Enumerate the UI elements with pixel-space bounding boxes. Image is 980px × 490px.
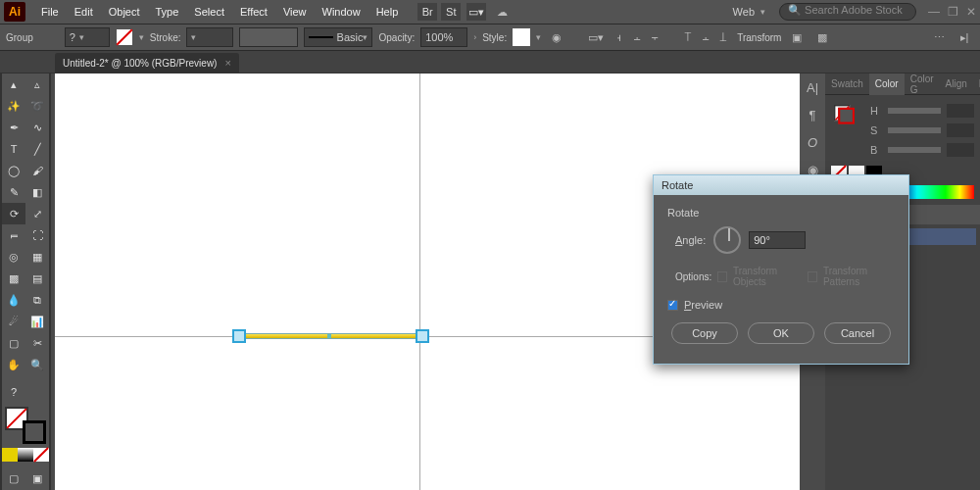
opacity-chevron[interactable]: › — [473, 32, 476, 42]
path-midpoint[interactable] — [327, 334, 331, 338]
stroke-profile[interactable] — [239, 27, 298, 47]
color-fill-stroke[interactable] — [834, 105, 855, 124]
preview-checkbox[interactable] — [667, 300, 678, 311]
artboard-tool[interactable]: ▢ — [2, 332, 25, 354]
color-mode-icons[interactable] — [2, 448, 49, 462]
gradient-tool[interactable]: ▤ — [25, 268, 49, 289]
menu-object[interactable]: Object — [101, 6, 148, 18]
line-tool[interactable]: ╱ — [25, 138, 49, 160]
free-transform-tool[interactable]: ⛶ — [25, 224, 49, 246]
menu-effect[interactable]: Effect — [232, 6, 275, 18]
fill-dropdown[interactable]: ?▾ — [65, 27, 110, 47]
app-logo[interactable]: Ai — [4, 2, 25, 22]
document-tabs: Untitled-2* @ 100% (RGB/Preview) × — [0, 51, 980, 73]
b-value[interactable] — [947, 143, 974, 157]
pen-tool[interactable]: ✒ — [2, 117, 25, 138]
toggle-fill-stroke[interactable]: ? — [2, 381, 25, 403]
brush-definition[interactable]: Basic▾ — [304, 27, 372, 47]
width-tool[interactable]: ⫭ — [2, 224, 25, 246]
mesh-tool[interactable]: ▩ — [2, 268, 25, 289]
window-close-icon[interactable]: ✕ — [966, 5, 976, 19]
slice-tool[interactable]: ✂ — [25, 332, 49, 354]
recolor-icon[interactable]: ◉ — [547, 27, 566, 47]
copy-button[interactable]: Copy — [671, 322, 738, 344]
overflow-icon[interactable]: ⋯ — [929, 27, 949, 47]
style-swatch[interactable] — [513, 28, 530, 46]
rotate-tool[interactable]: ⟳ — [2, 203, 25, 224]
perspective-tool[interactable]: ▦ — [25, 246, 49, 268]
lasso-tool[interactable]: ➰ — [25, 95, 49, 117]
shaper-tool[interactable]: ✎ — [2, 181, 25, 203]
menu-help[interactable]: Help — [368, 6, 407, 18]
align-horizontal[interactable]: ⫞⫠⫟ — [612, 28, 662, 46]
menubar: Ai File Edit Object Type Select Effect V… — [0, 0, 980, 24]
screen-mode-full[interactable]: ▣ — [25, 467, 49, 489]
stroke-weight[interactable]: ▾ — [186, 27, 233, 47]
document-tab[interactable]: Untitled-2* @ 100% (RGB/Preview) × — [55, 53, 239, 73]
paragraph-panel-icon[interactable]: ¶ — [800, 101, 825, 128]
eraser-tool[interactable]: ◧ — [25, 181, 49, 203]
opacity-input[interactable]: 100% — [420, 27, 467, 47]
angle-dial[interactable] — [713, 226, 741, 254]
transform-link[interactable]: Transform — [737, 32, 781, 43]
selection-tool[interactable]: ▴ — [2, 74, 25, 95]
opentype-panel-icon[interactable]: O — [800, 128, 825, 156]
menu-window[interactable]: Window — [315, 6, 368, 18]
eyedropper-tool[interactable]: 💧 — [2, 289, 25, 311]
hand-tool[interactable]: ✋ — [2, 354, 25, 375]
scale-tool[interactable]: ⤢ — [25, 203, 49, 224]
graph-tool[interactable]: 📊 — [25, 311, 49, 332]
symbol-tool[interactable]: ☄ — [2, 311, 25, 332]
window-minimize-icon[interactable]: — — [928, 5, 940, 19]
arrange-icon[interactable]: ▭▾ — [466, 3, 486, 21]
tab-close-icon[interactable]: × — [224, 57, 230, 69]
screen-mode-normal[interactable]: ▢ — [2, 467, 25, 489]
menu-view[interactable]: View — [275, 6, 315, 18]
tab-color-guide[interactable]: Color G — [905, 74, 940, 95]
angle-input[interactable] — [749, 231, 806, 249]
dialog-titlebar[interactable]: Rotate — [654, 175, 908, 195]
ok-button[interactable]: OK — [748, 322, 814, 344]
isolate-icon[interactable]: ▣ — [787, 27, 807, 47]
preview-label[interactable]: Preview — [684, 299, 722, 311]
panel-expand-icon[interactable]: ▸| — [955, 27, 974, 47]
stroke-swatch[interactable] — [116, 28, 133, 46]
doc-setup-icon[interactable]: ▭▾ — [586, 27, 606, 47]
direct-selection-tool[interactable]: ▵ — [25, 74, 49, 95]
tab-swatches[interactable]: Swatch — [825, 74, 869, 95]
window-restore-icon[interactable]: ❐ — [948, 5, 958, 19]
menu-edit[interactable]: Edit — [67, 6, 101, 18]
workspace-switcher[interactable]: Web▾ — [733, 6, 765, 18]
h-value[interactable] — [947, 104, 974, 118]
ellipse-tool[interactable]: ◯ — [2, 160, 25, 181]
paintbrush-tool[interactable]: 🖌 — [25, 160, 49, 181]
bridge-icon[interactable]: Br — [417, 3, 437, 21]
h-slider[interactable] — [888, 108, 941, 114]
curvature-tool[interactable]: ∿ — [25, 117, 49, 138]
b-slider[interactable] — [888, 147, 941, 153]
tab-align[interactable]: Align — [940, 74, 973, 95]
anchor-point[interactable] — [232, 329, 246, 343]
menu-file[interactable]: File — [33, 6, 67, 18]
cancel-button[interactable]: Cancel — [824, 322, 891, 344]
shape-builder-tool[interactable]: ◎ — [2, 246, 25, 268]
anchor-point[interactable] — [416, 329, 429, 343]
type-tool[interactable]: T — [2, 138, 25, 160]
blend-tool[interactable]: ⧉ — [25, 289, 49, 311]
character-panel-icon[interactable]: A| — [800, 74, 825, 101]
cloud-icon[interactable]: ☁ — [492, 2, 512, 22]
magic-wand-tool[interactable]: ✨ — [2, 95, 25, 117]
search-input[interactable]: 🔍 Search Adobe Stock — [779, 3, 916, 21]
s-slider[interactable] — [888, 127, 941, 133]
tab-color[interactable]: Color — [869, 74, 905, 95]
stock-icon[interactable]: St — [441, 3, 461, 21]
fill-stroke-indicator[interactable] — [5, 407, 46, 444]
zoom-tool[interactable]: 🔍 — [25, 354, 49, 375]
tab-pathfinder[interactable]: Pathfin — [973, 74, 980, 95]
align-vertical[interactable]: ⟙⫠⟘ — [680, 28, 731, 46]
menu-type[interactable]: Type — [148, 6, 187, 18]
s-value[interactable] — [947, 123, 974, 137]
select-similar-icon[interactable]: ▩ — [812, 27, 832, 47]
transform-objects-label: Transform Objects — [733, 266, 802, 287]
menu-select[interactable]: Select — [186, 6, 232, 18]
